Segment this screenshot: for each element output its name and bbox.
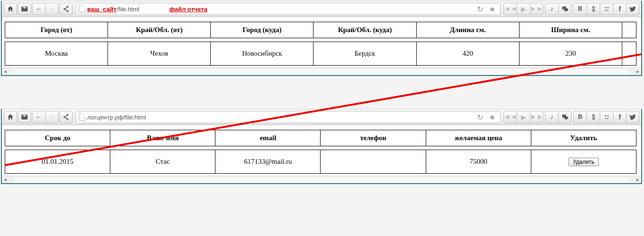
twitter-icon (629, 113, 636, 121)
cell: 230 (519, 42, 622, 66)
reload-icon[interactable]: ↻ (475, 5, 485, 14)
table-row: 01.01.2015 Стас 617133@mail.ru 75000 Уда… (5, 150, 636, 174)
music-button[interactable]: ♪ (545, 111, 558, 123)
forward-button[interactable]: → (45, 3, 58, 15)
right-toolbar-top: ◄◄ ▶ ►► ♪ B f (504, 3, 639, 15)
mail-button[interactable] (18, 3, 31, 15)
col-header: желаемая цена (426, 130, 531, 146)
svg-point-4 (605, 115, 606, 117)
scroll-left-icon[interactable]: ◄ (2, 69, 8, 74)
chat-button[interactable] (558, 111, 571, 123)
ok-icon (590, 5, 597, 13)
address-bar-top[interactable]: ваш_сайт/file.html файл отчета ↻ ★ (75, 3, 501, 15)
h-scrollbar-bottom[interactable]: ◄ ► (2, 176, 641, 183)
page-icon (79, 113, 85, 121)
h-scrollbar-top[interactable]: ◄ ► (2, 67, 641, 75)
content-area-bottom: Срок до Ваше имя email телефон желаемая … (2, 125, 641, 176)
home-icon (7, 113, 14, 121)
svg-point-5 (607, 115, 609, 117)
address-text-top: ваш_сайт/file.html файл отчета (87, 6, 473, 13)
address-bar-bottom[interactable]: логцентр.рф/file.html ↻ ★ (75, 111, 501, 123)
nav-buttons-bottom: ← → (32, 111, 58, 123)
facebook-button[interactable]: f (613, 3, 626, 15)
home-icon (7, 5, 14, 13)
mail-icon (21, 5, 28, 13)
col-header: Удалить (531, 130, 636, 146)
back-button[interactable]: ← (32, 3, 45, 15)
facebook-button[interactable]: f (613, 111, 626, 123)
content-area-top: Город (от) Край/Обл. (от) Город (куда) К… (2, 17, 641, 67)
svg-point-2 (607, 7, 609, 8)
back-button[interactable]: ← (32, 111, 45, 123)
table-header-row: Город (от) Край/Обл. (от) Город (куда) К… (5, 22, 636, 38)
share-button[interactable] (59, 3, 73, 15)
delete-button[interactable]: Удалить (569, 158, 599, 166)
toolbar-top: ← → ваш_сайт/file.html файл отчета ↻ ★ ◄… (2, 1, 641, 17)
cell-empty (622, 42, 636, 66)
media-next-button[interactable]: ►► (530, 3, 543, 15)
reload-icon[interactable]: ↻ (475, 113, 485, 122)
scroll-right-icon[interactable]: ► (635, 177, 641, 182)
moimir-button[interactable] (600, 3, 613, 15)
right-toolbar-bottom: ◄◄ ▶ ►► ♪ B f (504, 111, 639, 123)
mail-button[interactable] (18, 111, 31, 123)
twitter-button[interactable] (626, 111, 639, 123)
annotation-site: ваш_сайт (87, 6, 116, 13)
scroll-right-icon[interactable]: ► (635, 69, 641, 74)
gap (0, 76, 644, 109)
twitter-icon (629, 5, 636, 13)
vk-button[interactable]: B (573, 3, 586, 15)
music-button[interactable]: ♪ (545, 3, 558, 15)
forward-button[interactable]: → (45, 111, 58, 123)
cell: Новосибирск (211, 42, 314, 66)
cell: Москва (5, 42, 108, 66)
svg-point-0 (593, 7, 594, 8)
media-play-button[interactable]: ▶ (517, 3, 530, 15)
ok-icon (590, 113, 597, 121)
annotation-file: файл отчета (169, 6, 207, 13)
moimir-button[interactable] (600, 111, 613, 123)
face-icon (603, 5, 611, 13)
svg-point-1 (605, 7, 606, 8)
share-icon (62, 113, 70, 121)
cell-phone (321, 150, 426, 174)
cell: 420 (416, 42, 519, 66)
col-header: Ваше имя (110, 130, 215, 146)
share-button[interactable] (59, 111, 73, 123)
col-header-empty (622, 22, 636, 38)
table-row: Москва Чехов Новосибирск Бердск 420 230 (5, 42, 636, 66)
chat-icon (561, 113, 569, 121)
browser-window-top: ← → ваш_сайт/file.html файл отчета ↻ ★ ◄… (1, 1, 642, 76)
ok-button[interactable] (586, 111, 600, 123)
cell: Бердск (314, 42, 416, 66)
chat-icon (561, 5, 569, 13)
col-header: Город (от) (5, 22, 108, 38)
toolbar-bottom: ← → логцентр.рф/file.html ↻ ★ ◄◄ ▶ ►► ♪ (2, 109, 641, 125)
col-header: Город (куда) (211, 22, 314, 38)
media-prev-button[interactable]: ◄◄ (504, 111, 517, 123)
nav-buttons-top: ← → (32, 3, 58, 15)
face-icon (603, 113, 611, 121)
media-play-button[interactable]: ▶ (517, 111, 530, 123)
col-header: Срок до (5, 130, 110, 146)
scroll-thumb[interactable] (14, 69, 629, 74)
mail-icon (21, 113, 28, 121)
col-header: email (215, 130, 321, 146)
home-button[interactable] (4, 111, 17, 123)
twitter-button[interactable] (626, 3, 639, 15)
scroll-thumb[interactable] (14, 177, 629, 182)
bookmark-icon[interactable]: ★ (487, 5, 497, 14)
svg-point-3 (593, 115, 594, 117)
scroll-left-icon[interactable]: ◄ (2, 177, 8, 182)
media-prev-button[interactable]: ◄◄ (504, 3, 517, 15)
col-header: Край/Обл. (куда) (314, 22, 416, 38)
page-icon (79, 5, 85, 13)
home-button[interactable] (4, 3, 17, 15)
ok-button[interactable] (586, 3, 600, 15)
media-next-button[interactable]: ►► (530, 111, 543, 123)
vk-button[interactable]: B (573, 111, 586, 123)
bookmark-icon[interactable]: ★ (487, 113, 497, 122)
cell-delete: Удалить (531, 150, 636, 174)
cell: Чехов (108, 42, 211, 66)
chat-button[interactable] (558, 3, 571, 15)
